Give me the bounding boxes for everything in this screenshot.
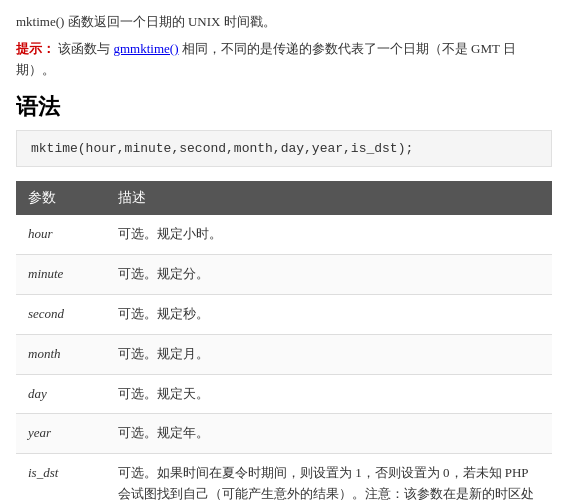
param-desc: 可选。规定小时。 xyxy=(106,215,552,254)
col-header-desc: 描述 xyxy=(106,181,552,215)
col-header-param: 参数 xyxy=(16,181,106,215)
param-name: is_dst xyxy=(16,454,106,500)
param-desc: 可选。规定年。 xyxy=(106,414,552,454)
syntax-code: mktime(hour,minute,second,month,day,year… xyxy=(16,130,552,167)
table-row: minute可选。规定分。 xyxy=(16,255,552,295)
param-desc: 可选。规定秒。 xyxy=(106,294,552,334)
param-name: minute xyxy=(16,255,106,295)
intro-text: mktime() 函数返回一个日期的 UNIX 时间戳。 xyxy=(16,12,552,33)
param-desc: 可选。规定分。 xyxy=(106,255,552,295)
param-name: month xyxy=(16,334,106,374)
param-name: day xyxy=(16,374,106,414)
param-desc: 可选。规定天。 xyxy=(106,374,552,414)
table-row: is_dst可选。如果时间在夏令时期间，则设置为 1，否则设置为 0，若未知 P… xyxy=(16,454,552,500)
tip-text-before-link: 该函数与 xyxy=(58,41,110,56)
tip-label: 提示： xyxy=(16,41,55,56)
param-name: second xyxy=(16,294,106,334)
param-name: hour xyxy=(16,215,106,254)
table-row: second可选。规定秒。 xyxy=(16,294,552,334)
syntax-title: 语法 xyxy=(16,92,552,122)
param-name: year xyxy=(16,414,106,454)
param-desc: 可选。规定月。 xyxy=(106,334,552,374)
table-row: year可选。规定年。 xyxy=(16,414,552,454)
tip-paragraph: 提示： 该函数与 gmmktime() 相同，不同的是传递的参数代表了一个日期（… xyxy=(16,39,552,81)
params-table: 参数 描述 hour可选。规定小时。minute可选。规定分。second可选。… xyxy=(16,181,552,500)
table-row: day可选。规定天。 xyxy=(16,374,552,414)
gmmktime-link[interactable]: gmmktime() xyxy=(114,41,179,56)
table-row: hour可选。规定小时。 xyxy=(16,215,552,254)
table-row: month可选。规定月。 xyxy=(16,334,552,374)
param-desc: 可选。如果时间在夏令时期间，则设置为 1，否则设置为 0，若未知 PHP 会试图… xyxy=(106,454,552,500)
table-header-row: 参数 描述 xyxy=(16,181,552,215)
